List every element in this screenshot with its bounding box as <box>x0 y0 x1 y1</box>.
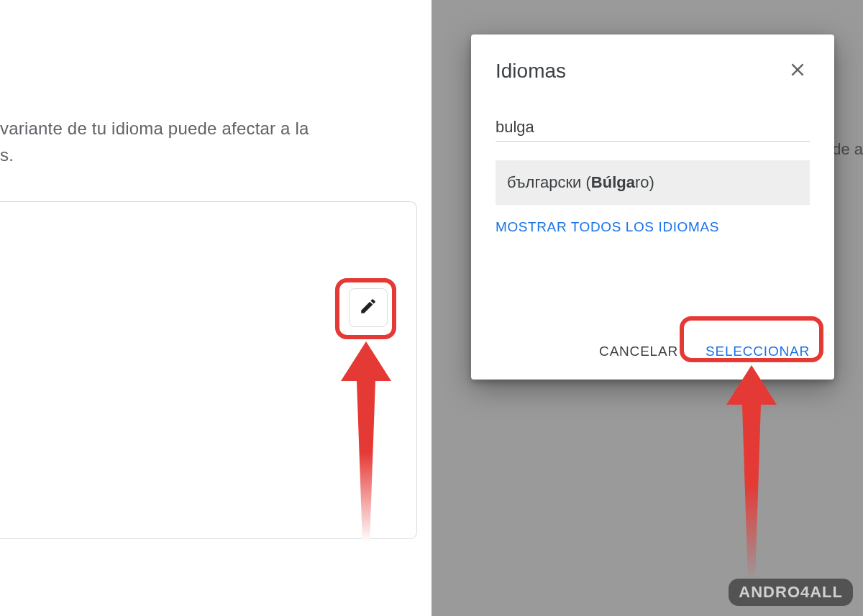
left-panel: variante de tu idioma puede afectar a la… <box>0 0 432 616</box>
search-row <box>496 118 810 142</box>
language-search-input[interactable] <box>496 118 810 137</box>
close-button[interactable] <box>785 59 810 83</box>
edit-button[interactable] <box>349 288 388 327</box>
select-button[interactable]: SELECCIONAR <box>706 344 810 359</box>
dialog-title: Idiomas <box>496 60 566 83</box>
watermark: ANDRO4ALL <box>729 579 853 606</box>
dialog-header: Idiomas <box>496 59 810 83</box>
suggestion-rest: ro) <box>635 173 654 191</box>
left-description: variante de tu idioma puede afectar a la… <box>0 115 417 168</box>
close-icon <box>788 60 807 82</box>
show-all-languages-link[interactable]: MOSTRAR TODOS LOS IDIOMAS <box>496 219 810 235</box>
pencil-icon <box>359 297 378 318</box>
dialog-actions: CANCELAR SELECCIONAR <box>599 344 810 359</box>
cancel-button[interactable]: CANCELAR <box>599 344 678 359</box>
language-suggestion[interactable]: български (Búlgaro) <box>496 160 810 205</box>
suggestion-native: български <box>507 173 581 191</box>
language-card <box>0 201 417 539</box>
suggestion-match: Búlga <box>591 173 635 191</box>
language-dialog: Idiomas български (Búlgaro) MOSTRAR TODO… <box>471 35 834 380</box>
